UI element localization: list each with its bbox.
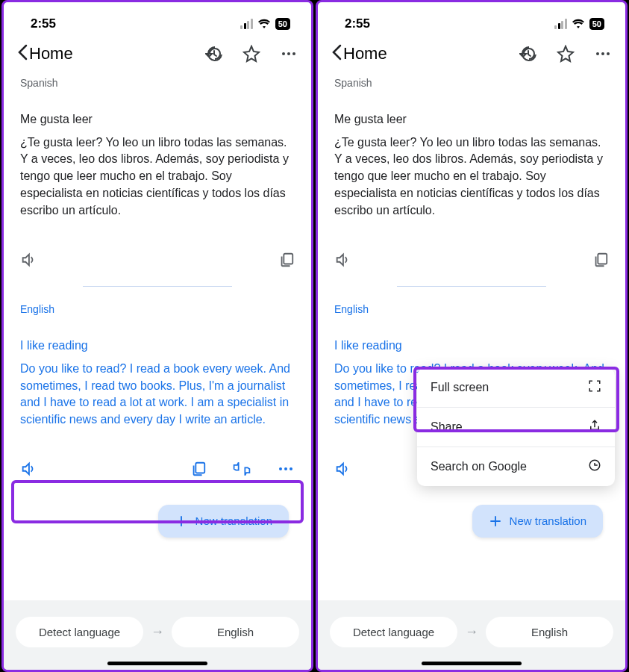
target-text: I like reading Do you like to read? I re…	[20, 337, 295, 435]
menu-fullscreen[interactable]: Full screen	[417, 368, 615, 408]
detect-language-button[interactable]: Detect language	[330, 617, 457, 647]
history-icon[interactable]	[205, 45, 223, 63]
target-toolbar	[20, 460, 295, 478]
history-icon[interactable]	[519, 45, 537, 63]
status-time: 2:55	[345, 16, 370, 31]
source-text: Me gusta leer ¿Te gusta leer? Yo leo un …	[20, 111, 295, 225]
status-time: 2:55	[31, 16, 56, 31]
header: Home	[4, 37, 311, 69]
share-icon	[588, 419, 601, 435]
signal-icon	[240, 19, 253, 29]
context-menu: Full screen Share Search on Google	[417, 368, 615, 486]
back-button[interactable]: Home	[17, 44, 73, 63]
battery-icon: 50	[589, 18, 604, 30]
language-selector-bar: Detect language → English	[4, 600, 311, 670]
home-label: Home	[29, 44, 73, 63]
svg-rect-4	[195, 463, 204, 473]
feedback-icon[interactable]	[232, 461, 251, 477]
home-label: Home	[343, 44, 387, 63]
status-bar: 2:55 50	[318, 2, 625, 37]
svg-point-2	[292, 52, 295, 55]
detect-language-button[interactable]: Detect language	[16, 617, 143, 647]
home-indicator	[422, 662, 522, 665]
menu-search-google[interactable]: Search on Google	[417, 447, 615, 486]
svg-point-6	[284, 467, 287, 470]
chevron-left-icon	[331, 44, 342, 63]
target-language-label: English	[334, 303, 609, 315]
svg-point-7	[290, 467, 292, 470]
svg-point-0	[282, 52, 285, 55]
star-icon[interactable]	[557, 45, 575, 63]
phone-screen-left: 2:55 50 Home	[1, 0, 313, 672]
wifi-icon	[257, 19, 271, 29]
target-language-button[interactable]: English	[172, 617, 299, 647]
more-icon[interactable]	[277, 460, 295, 478]
svg-point-9	[601, 52, 604, 55]
annotation-highlight	[11, 480, 304, 523]
svg-rect-11	[598, 254, 607, 264]
fullscreen-icon	[588, 379, 601, 396]
target-language-label: English	[20, 303, 295, 315]
menu-share[interactable]: Share	[417, 408, 615, 447]
copy-icon[interactable]	[278, 252, 295, 268]
svg-rect-3	[284, 254, 292, 264]
divider	[397, 286, 546, 287]
battery-icon: 50	[275, 18, 290, 30]
swap-icon[interactable]: →	[465, 624, 478, 640]
speaker-icon[interactable]	[20, 461, 37, 477]
home-indicator	[107, 662, 207, 665]
speaker-icon[interactable]	[334, 252, 351, 268]
speaker-icon[interactable]	[20, 252, 37, 268]
signal-icon	[554, 19, 567, 29]
new-translation-button[interactable]: New translation	[472, 505, 603, 538]
source-text: Me gusta leer ¿Te gusta leer? Yo leo un …	[334, 111, 609, 225]
header: Home	[318, 37, 625, 69]
status-bar: 2:55 50	[4, 2, 311, 37]
swap-icon[interactable]: →	[151, 624, 164, 640]
svg-point-1	[287, 52, 290, 55]
plus-icon	[489, 514, 502, 528]
copy-icon[interactable]	[592, 252, 609, 268]
google-icon	[588, 458, 601, 475]
star-icon[interactable]	[242, 45, 260, 63]
source-language-label: Spanish	[334, 77, 609, 89]
more-icon[interactable]	[594, 45, 612, 63]
back-button[interactable]: Home	[331, 44, 387, 63]
copy-icon[interactable]	[190, 461, 207, 477]
speaker-icon[interactable]	[334, 461, 351, 477]
language-selector-bar: Detect language → English	[318, 600, 625, 670]
target-language-button[interactable]: English	[486, 617, 613, 647]
divider	[83, 286, 232, 287]
wifi-icon	[572, 19, 585, 29]
svg-point-10	[607, 52, 610, 55]
more-icon[interactable]	[280, 45, 298, 63]
phone-screen-right: 2:55 50 Home	[316, 0, 628, 672]
source-language-label: Spanish	[20, 77, 295, 89]
chevron-left-icon	[17, 44, 28, 63]
svg-point-5	[279, 467, 282, 470]
svg-point-8	[596, 52, 599, 55]
